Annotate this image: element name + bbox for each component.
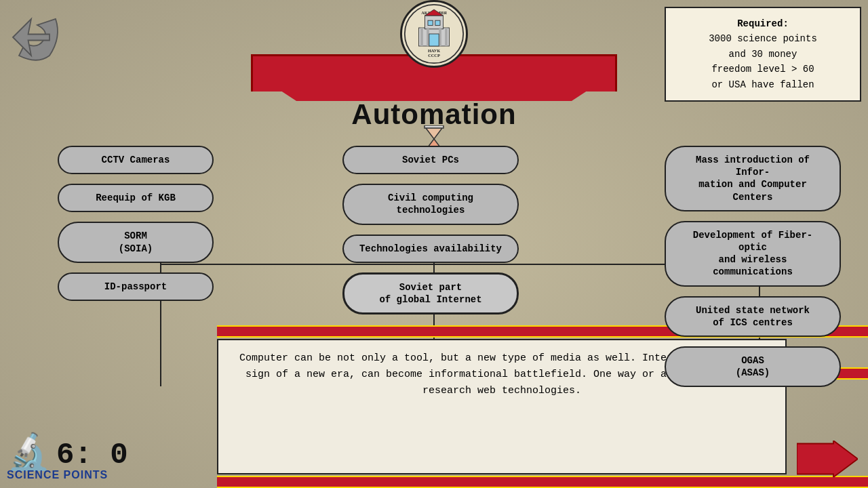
science-count: 6 — [56, 438, 74, 472]
red-bar-bot — [217, 476, 868, 488]
science-label: SCIENCE POINTS — [7, 469, 108, 481]
academy-logo: АКАДЕМИЯ СССР НАУК — [400, 0, 468, 68]
svg-text:НАУК: НАУК — [428, 48, 441, 53]
node-id-passport[interactable]: ID-passport — [58, 272, 214, 301]
node-cctv[interactable]: CCTV Cameras — [58, 146, 214, 174]
science-separator: : 0 — [74, 438, 127, 472]
node-soviet-pcs[interactable]: Soviet PCs — [342, 146, 519, 174]
svg-rect-7 — [420, 28, 423, 46]
svg-marker-24 — [797, 441, 858, 477]
node-ogas[interactable]: OGAS(ASAS) — [665, 346, 841, 387]
requirements-label: Required: — [674, 16, 852, 31]
next-button[interactable] — [797, 441, 858, 478]
svg-text:СССР: СССР — [428, 53, 440, 58]
req-line1: 3000 science points — [674, 31, 852, 46]
science-points-area: 🔬 6 : 0 SCIENCE POINTS — [7, 437, 128, 481]
svg-rect-13 — [435, 20, 440, 25]
node-kgb[interactable]: Reequip of KGB — [58, 184, 214, 212]
svg-rect-9 — [439, 28, 441, 46]
node-united-state[interactable]: United state networkof ICS centres — [665, 296, 841, 337]
node-fiber-optic[interactable]: Development of Fiber-opticand wireless c… — [665, 221, 841, 287]
requirements-box: Required: 3000 science points and 30 mon… — [665, 7, 861, 102]
req-line2: and 30 money — [674, 47, 852, 62]
node-sorm[interactable]: SORM(SOIA) — [58, 222, 214, 262]
svg-rect-12 — [428, 20, 433, 25]
top-banner: АКАДЕМИЯ СССР НАУК — [251, 0, 617, 131]
node-civil-computing[interactable]: Civil computingtechnologies — [342, 184, 519, 224]
svg-rect-10 — [445, 28, 448, 46]
req-line4: or USA have fallen — [674, 77, 852, 92]
node-mass-intro[interactable]: Mass introduction of Infor-mation and Co… — [665, 146, 841, 211]
req-line3: freedom level > 60 — [674, 62, 852, 77]
node-soviet-internet[interactable]: Soviet partof global Internet — [342, 272, 519, 314]
microscope-icon: 🔬 — [7, 437, 51, 472]
svg-rect-8 — [427, 28, 429, 46]
svg-rect-11 — [429, 34, 439, 46]
svg-rect-5 — [425, 16, 443, 29]
back-button[interactable] — [7, 7, 68, 68]
node-tech-availability[interactable]: Technologies availability — [342, 235, 519, 263]
